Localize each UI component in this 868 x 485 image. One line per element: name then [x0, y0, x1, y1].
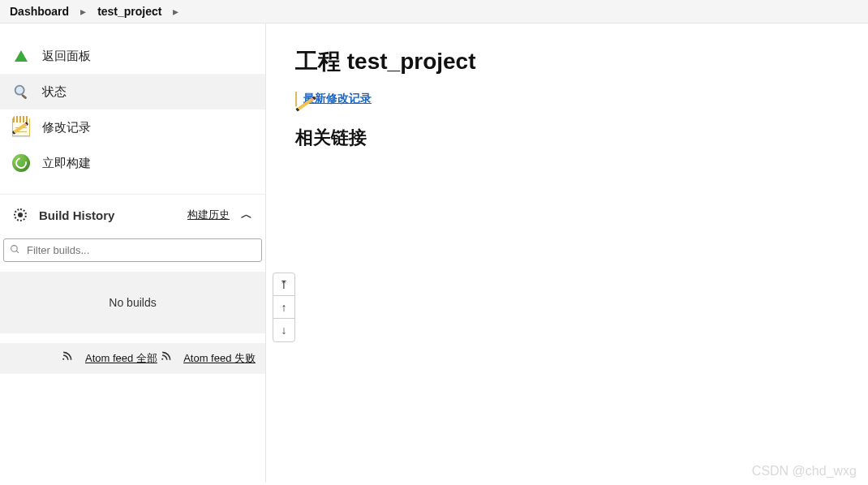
- sidebar-item-status[interactable]: 状态: [0, 74, 265, 109]
- no-builds-message: No builds: [0, 272, 265, 333]
- scroll-down-button[interactable]: ↓: [273, 319, 294, 341]
- sidebar-item-label: 返回面板: [42, 49, 91, 64]
- rss-icon: [161, 352, 174, 364]
- scroll-up-button[interactable]: ↑: [273, 296, 294, 319]
- atom-feed-all-link[interactable]: Atom feed 全部: [85, 352, 157, 364]
- svg-point-0: [15, 86, 24, 95]
- scroll-top-button[interactable]: ⤒: [273, 273, 294, 296]
- svg-line-3: [16, 251, 19, 253]
- build-history-title: Build History: [39, 208, 178, 222]
- atom-feed-failed-link[interactable]: Atom feed 失败: [183, 352, 256, 364]
- page-title: 工程 test_project: [295, 46, 839, 77]
- build-now-icon: [11, 153, 31, 173]
- rss-icon: [62, 352, 75, 364]
- sidebar-item-changes[interactable]: 修改记录: [0, 109, 265, 145]
- breadcrumb-project[interactable]: test_project: [97, 5, 161, 18]
- build-history-header: Build History 构建历史 ︿: [0, 194, 265, 235]
- svg-point-2: [11, 245, 18, 251]
- related-links-heading: 相关链接: [295, 126, 839, 150]
- sidebar-item-build-now[interactable]: 立即构建: [0, 145, 265, 181]
- up-arrow-icon: [11, 46, 31, 66]
- sidebar-item-label: 立即构建: [42, 156, 91, 171]
- sidebar: 返回面板 状态 修改记录 立即构建 Build History: [0, 24, 266, 483]
- build-history-trend-link[interactable]: 构建历史: [187, 208, 230, 222]
- chevron-up-icon[interactable]: ︿: [239, 208, 254, 222]
- filter-builds-input[interactable]: [3, 238, 262, 262]
- sidebar-item-label: 修改记录: [42, 120, 91, 135]
- svg-rect-1: [21, 94, 27, 100]
- sidebar-item-back-to-dashboard[interactable]: 返回面板: [0, 38, 265, 74]
- notepad-icon: [295, 92, 297, 105]
- magnifier-icon: [11, 82, 31, 101]
- build-history-icon: [11, 206, 29, 224]
- breadcrumb-sep-icon: ▸: [173, 5, 178, 18]
- main-panel: 工程 test_project 最新修改记录 相关链接: [266, 24, 868, 483]
- search-icon: [10, 244, 20, 257]
- breadcrumb-dashboard[interactable]: Dashboard: [10, 5, 69, 18]
- notepad-icon: [11, 118, 31, 137]
- breadcrumb-sep-icon: ▸: [80, 5, 86, 18]
- feed-links-row: Atom feed 全部 Atom feed 失败: [0, 343, 265, 374]
- sidebar-item-label: 状态: [42, 84, 67, 100]
- breadcrumb: Dashboard ▸ test_project ▸: [0, 0, 868, 24]
- scroll-nav: ⤒ ↑ ↓: [273, 273, 295, 342]
